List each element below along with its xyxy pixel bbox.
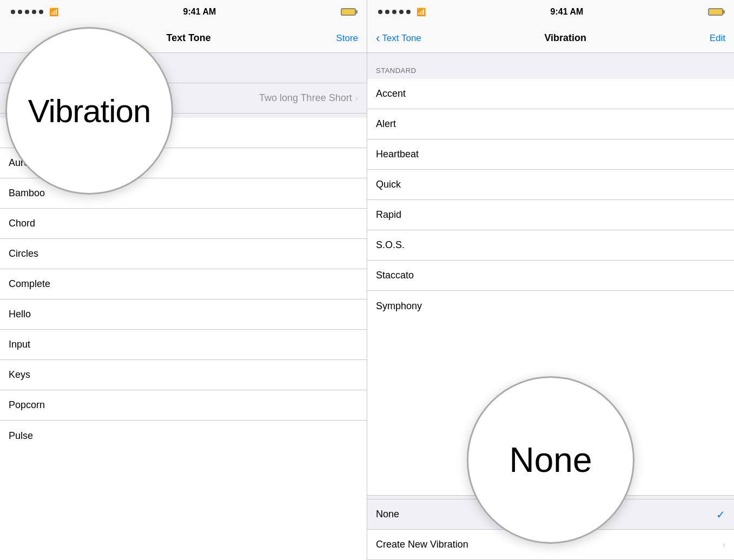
list-item-staccato[interactable]: Staccato [367, 261, 734, 291]
list-item-pulse[interactable]: Pulse [0, 421, 367, 451]
back-label: Text Tone [382, 33, 421, 44]
right-edit-button[interactable]: Edit [710, 33, 725, 44]
right-magnifier-word: None [510, 440, 592, 480]
list-item-quick[interactable]: Quick [367, 170, 734, 200]
create-new-chevron-area: › [723, 540, 725, 550]
r-signal-dot-4 [399, 10, 404, 14]
r-signal-dot-2 [385, 10, 389, 14]
list-item-complete[interactable]: Complete [0, 269, 367, 299]
hello-label: Hello [9, 309, 31, 320]
create-new-chevron-icon: › [723, 540, 725, 550]
vibration-detail-text: Two long Three Short [259, 92, 352, 104]
left-battery [341, 8, 356, 16]
signal-dot-3 [25, 10, 29, 14]
list-item-heartbeat[interactable]: Heartbeat [367, 139, 734, 170]
list-item-circles[interactable]: Circles [0, 239, 367, 269]
list-item-sos[interactable]: S.O.S. [367, 230, 734, 261]
staccato-label: Staccato [376, 270, 414, 281]
sos-label: S.O.S. [376, 239, 405, 251]
accent-label: Accent [376, 88, 406, 99]
right-nav-bar: ‹ Text Tone Vibration Edit [367, 24, 734, 53]
rapid-label: Rapid [376, 209, 401, 221]
r-wifi-icon: 📶 [416, 8, 426, 16]
signal-dot-5 [39, 10, 43, 14]
standard-label: STANDARD [376, 66, 416, 75]
list-item-hello[interactable]: Hello [0, 299, 367, 330]
back-arrow-icon: ‹ [376, 32, 380, 44]
right-battery [708, 8, 723, 16]
list-item-chord[interactable]: Chord [0, 209, 367, 239]
bamboo-label: Bamboo [9, 188, 45, 199]
checkmark-icon: ✓ [716, 508, 725, 521]
left-signal: 📶 [11, 8, 58, 16]
pulse-label: Pulse [9, 430, 33, 442]
left-time: 9:41 AM [183, 7, 216, 17]
signal-dot-2 [18, 10, 22, 14]
right-magnifier: None [467, 376, 634, 544]
r-signal-dot-1 [378, 10, 382, 14]
right-time: 9:41 AM [551, 7, 584, 17]
list-item-alert[interactable]: Alert [367, 109, 734, 139]
right-panel: 📶 9:41 AM ‹ Text Tone Vibration Edit STA… [367, 0, 734, 560]
circles-label: Circles [9, 248, 38, 259]
left-store-button[interactable]: Store [336, 33, 358, 44]
list-item-rapid[interactable]: Rapid [367, 200, 734, 230]
left-magnifier-word: Vibration [28, 92, 151, 130]
r-signal-dot-5 [406, 10, 411, 14]
back-button[interactable]: ‹ Text Tone [376, 32, 421, 44]
left-magnifier: Vibration [5, 27, 173, 195]
symphony-label: Symphony [376, 301, 422, 312]
right-signal: 📶 [378, 8, 426, 16]
input-label: Input [9, 339, 30, 350]
signal-dot-1 [11, 10, 15, 14]
chord-label: Chord [9, 218, 35, 229]
left-panel: 📶 9:41 AM Text Tone Store Vibration Vibr… [0, 0, 367, 560]
list-item-keys[interactable]: Keys [0, 360, 367, 390]
left-status-bar: 📶 9:41 AM [0, 0, 367, 24]
battery-icon [341, 8, 356, 16]
wifi-icon: 📶 [49, 8, 58, 16]
signal-dot-4 [32, 10, 36, 14]
list-item-input[interactable]: Input [0, 330, 367, 360]
list-item-symphony[interactable]: Symphony [367, 291, 734, 321]
heartbeat-label: Heartbeat [376, 149, 419, 160]
vibration-chevron-icon: › [355, 94, 358, 103]
right-nav-title: Vibration [421, 32, 710, 44]
list-item-popcorn[interactable]: Popcorn [0, 390, 367, 421]
none-label: None [376, 509, 399, 520]
alert-label: Alert [376, 118, 396, 130]
create-new-label: Create New Vibration [376, 539, 468, 550]
popcorn-label: Popcorn [9, 399, 45, 411]
quick-label: Quick [376, 179, 401, 190]
r-battery-icon [708, 8, 723, 16]
r-signal-dot-3 [392, 10, 396, 14]
list-item-accent[interactable]: Accent [367, 79, 734, 109]
vibration-detail: Two long Three Short › [259, 92, 358, 104]
complete-label: Complete [9, 278, 50, 290]
none-checkmark-area: ✓ [716, 508, 725, 521]
right-status-bar: 📶 9:41 AM [367, 0, 734, 24]
keys-label: Keys [9, 369, 30, 381]
standard-section-header: STANDARD [367, 53, 734, 79]
